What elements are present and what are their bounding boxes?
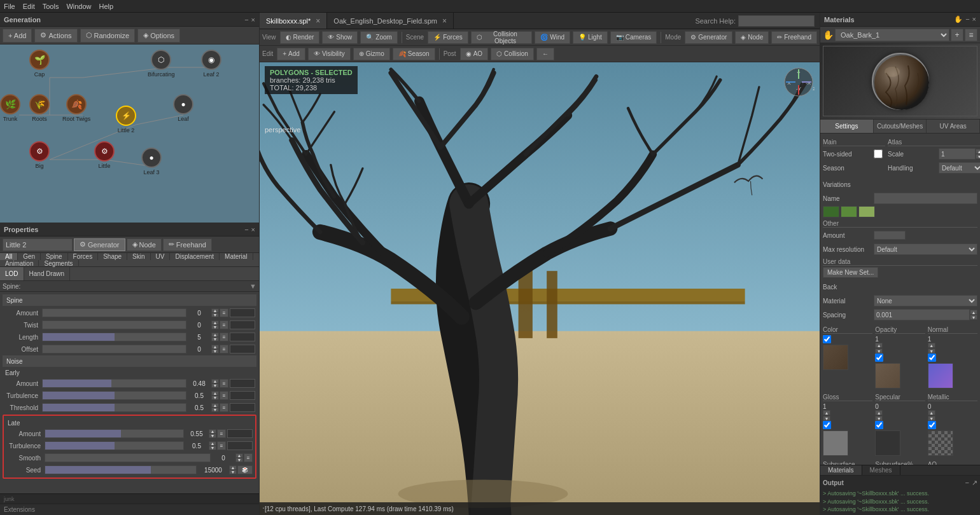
gloss-thumb[interactable] (823, 430, 848, 456)
prop-late-amount-slider[interactable] (45, 429, 184, 438)
normal-down[interactable]: ▼ (928, 348, 935, 354)
opacity-up[interactable]: ▲ (875, 343, 883, 348)
prop-late-turb-down[interactable]: ▼ (209, 446, 216, 450)
tab-segments[interactable]: Segments (39, 260, 78, 267)
specular-stepper[interactable]: ▲ ▼ (875, 410, 925, 421)
prop-amount-stepper[interactable]: ▲ ▼ (211, 308, 219, 317)
tab-shape[interactable]: Shape (98, 253, 127, 260)
back-arrow-btn[interactable]: ← (536, 48, 554, 60)
spacing-down[interactable]: ▼ (970, 315, 977, 320)
opacity-stepper[interactable]: ▲ ▼ (875, 343, 925, 354)
prop-early-turb-extra[interactable]: ≡ (220, 391, 228, 400)
tab-displacement[interactable]: Displacement (170, 253, 220, 260)
close-icon[interactable]: × (251, 16, 255, 24)
node-little2[interactable]: ⚡ Little 2 (116, 106, 136, 134)
prop-seed-stepper[interactable]: ▲ ▼ (229, 465, 237, 474)
tab-all[interactable]: All (0, 253, 18, 260)
metallic-down[interactable]: ▼ (928, 416, 935, 421)
show-btn[interactable]: 👁 Show (322, 31, 358, 44)
prop-smooth-slider[interactable] (45, 453, 211, 462)
prop-offset-stepper[interactable]: ▲ ▼ (211, 345, 219, 354)
spacing-spinner[interactable]: ▲ ▼ (970, 310, 977, 320)
opacity-thumb[interactable] (875, 363, 900, 388)
prop-length-down[interactable]: ▼ (211, 337, 219, 341)
tab-animation[interactable]: Animation (0, 260, 39, 267)
prop-smooth-stepper[interactable]: ▲ ▼ (235, 453, 243, 462)
prop-late-turb-curve[interactable] (227, 441, 253, 450)
prop-offset-up[interactable]: ▲ (211, 345, 219, 349)
prop-length-up[interactable]: ▲ (211, 333, 219, 337)
variation-swatch-2[interactable] (841, 206, 857, 217)
specular-thumb[interactable] (875, 430, 900, 456)
scale-up[interactable]: ▲ (976, 149, 980, 154)
prop-late-amount-extra[interactable]: ≡ (217, 429, 226, 438)
mat-hand-icon2[interactable]: ✋ (823, 30, 834, 40)
name-input[interactable] (874, 193, 977, 204)
tab-close-oak[interactable]: × (442, 17, 447, 25)
prop-twist-slider[interactable] (42, 320, 186, 329)
specular-down[interactable]: ▼ (875, 416, 883, 421)
mat-close-icon[interactable]: × (972, 15, 976, 24)
prop-threshold-up[interactable]: ▲ (211, 403, 219, 408)
tab-forces[interactable]: Forces (68, 253, 99, 260)
viewport-tab-oak[interactable]: Oak_English_Desktop_Field.spm × (327, 13, 454, 29)
prop-early-turb-up[interactable]: ▲ (211, 391, 219, 395)
specular-up[interactable]: ▲ (875, 410, 883, 415)
node-graph[interactable]: 🌱 Cap 🌿 Trunk 🌾 Roots � (0, 45, 259, 223)
prop-seed-slider[interactable] (45, 465, 197, 474)
prop-early-amount-extra[interactable]: ≡ (220, 379, 228, 388)
subtab-hand-drawn[interactable]: Hand Drawn (24, 267, 71, 280)
cameras-btn[interactable]: 📷 Cameras (610, 31, 657, 44)
prop-late-turb-extra[interactable]: ≡ (217, 441, 226, 450)
node-little[interactable]: ⚙ Little (94, 141, 115, 169)
tab-settings[interactable]: Settings (820, 120, 874, 133)
spacing-up[interactable]: ▲ (970, 310, 977, 315)
tab-cutouts[interactable]: Cutouts/Meshes (874, 120, 927, 133)
tab-uv[interactable]: UV (151, 253, 171, 260)
collision-btn[interactable]: ⬡ Collision (491, 48, 534, 60)
prop-twist-down[interactable]: ▼ (211, 325, 219, 329)
prop-seed-up[interactable]: ▲ (229, 465, 237, 470)
prop-twist-extra[interactable]: ≡ (220, 320, 228, 329)
prop-late-amount-curve[interactable] (227, 429, 253, 438)
normal-thumb[interactable] (928, 363, 953, 388)
normal-check[interactable] (928, 354, 936, 362)
nav-widget[interactable]: Y -Y X -X 2.00 (783, 66, 815, 98)
node-leaf2[interactable]: ◉ Leaf 2 (201, 50, 221, 78)
viewport-tab-skillboxxx[interactable]: Skillboxxx.spl* × (260, 13, 327, 29)
noise-section-header[interactable]: Noise (3, 355, 256, 367)
subtab-lod[interactable]: LOD (0, 267, 24, 280)
viewport[interactable]: POLYGONS - SELECTED branches: 29,238 tri… (260, 62, 820, 515)
tab-skin[interactable]: Skin (127, 253, 150, 260)
prop-smooth-up[interactable]: ▲ (235, 453, 243, 458)
prop-threshold-slider[interactable] (42, 403, 186, 412)
normal-stepper[interactable]: ▲ ▼ (928, 343, 977, 354)
viewport-dots-icon[interactable]: ··· (262, 502, 270, 512)
prop-seed-extra[interactable]: 🎲 (237, 465, 253, 474)
prop-early-amount-stepper[interactable]: ▲ ▼ (211, 379, 219, 388)
render-btn[interactable]: ◐ Render (280, 31, 320, 44)
prop-length-slider[interactable] (42, 333, 186, 341)
node-root-twigs[interactable]: 🍂 Root Twigs (62, 94, 90, 122)
gloss-up[interactable]: ▲ (823, 410, 830, 415)
prop-late-turb-up[interactable]: ▲ (209, 441, 216, 446)
max-res-select[interactable]: Default (874, 244, 977, 255)
prop-late-turb-stepper[interactable]: ▲ ▼ (209, 441, 216, 450)
generator-mode-btn[interactable]: ⚙ Generator (74, 238, 125, 251)
prop-offset-slider[interactable] (42, 345, 186, 354)
prop-early-turb-stepper[interactable]: ▲ ▼ (211, 391, 219, 400)
visibility-btn[interactable]: 👁 Visibility (308, 48, 351, 60)
normal-up[interactable]: ▲ (928, 343, 935, 348)
prop-early-amount-up[interactable]: ▲ (211, 379, 219, 383)
node-mode-btn[interactable]: ◈ Node (127, 238, 162, 251)
season-btn[interactable]: 🍂 Season (393, 48, 435, 60)
output-minimize-icon[interactable]: − (965, 479, 969, 487)
material-select[interactable]: None (874, 295, 977, 306)
make-new-btn[interactable]: Make New Set... (823, 267, 878, 278)
metallic-stepper[interactable]: ▲ ▼ (928, 410, 977, 421)
gloss-down[interactable]: ▼ (823, 416, 830, 421)
color-thumb[interactable] (823, 345, 848, 370)
prop-amount-curve[interactable] (230, 308, 255, 317)
node-big[interactable]: ⚙ Big (29, 141, 50, 169)
scale-input[interactable] (939, 148, 976, 160)
